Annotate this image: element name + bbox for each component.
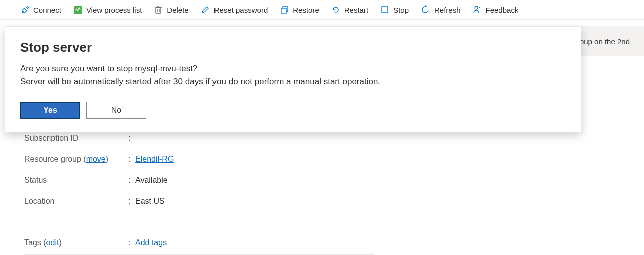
- resource-details: Subscription ID : Resource group (move) …: [24, 128, 375, 255]
- location-label: Location: [24, 197, 128, 206]
- view-process-list-label: View process list: [86, 6, 142, 14]
- delete-button[interactable]: Delete: [154, 5, 188, 14]
- svg-rect-1: [156, 8, 161, 13]
- resource-group-label-text: Resource group: [24, 155, 81, 163]
- svg-rect-8: [281, 8, 286, 13]
- feedback-label: Feedback: [486, 6, 519, 14]
- subscription-id-label: Subscription ID: [24, 134, 128, 143]
- status-value: Available: [135, 176, 375, 185]
- tags-label: Tags (edit): [24, 238, 128, 247]
- location-row: Location : East US: [24, 191, 375, 212]
- dialog-title: Stop server: [20, 40, 566, 55]
- svg-rect-9: [382, 7, 388, 13]
- restart-label: Restart: [344, 6, 368, 14]
- stop-server-dialog: Stop server Are you sure you want to sto…: [5, 27, 581, 132]
- banner-text: oup on the 2nd: [580, 37, 630, 46]
- colon: :: [128, 238, 135, 247]
- stop-button[interactable]: Stop: [380, 5, 409, 14]
- status-row: Status : Available: [24, 170, 375, 191]
- restart-button[interactable]: Restart: [331, 5, 368, 14]
- resource-group-value: Elendil-RG: [135, 155, 375, 164]
- resource-group-row: Resource group (move) : Elendil-RG: [24, 149, 375, 170]
- stop-label: Stop: [393, 6, 409, 14]
- dialog-body: Are you sure you want to stop mysql-mvu-…: [20, 62, 566, 89]
- delete-label: Delete: [167, 6, 188, 14]
- refresh-icon: [421, 5, 430, 14]
- resource-group-link[interactable]: Elendil-RG: [135, 155, 174, 163]
- restore-button[interactable]: Restore: [280, 5, 319, 14]
- connect-label: Connect: [33, 6, 61, 14]
- pencil-icon: [201, 5, 210, 14]
- resource-group-label: Resource group (move): [24, 155, 128, 164]
- status-label: Status: [24, 176, 128, 185]
- tags-row: Tags (edit) : Add tags: [24, 234, 375, 255]
- restart-icon: [331, 5, 340, 14]
- feedback-icon: [473, 5, 482, 14]
- tags-edit-wrap: (edit): [43, 238, 61, 247]
- tags-label-text: Tags: [24, 238, 41, 247]
- colon: :: [128, 155, 135, 164]
- restore-label: Restore: [293, 6, 319, 14]
- no-button[interactable]: No: [86, 102, 146, 119]
- connect-icon: [20, 5, 29, 14]
- resource-group-move-link[interactable]: move: [86, 155, 106, 163]
- colon: :: [128, 134, 135, 143]
- dialog-line2: Server will be automatically started aft…: [20, 75, 566, 88]
- resource-group-move-wrap: (move): [83, 155, 108, 163]
- location-value: East US: [135, 197, 375, 206]
- process-list-icon: [73, 5, 82, 14]
- yes-button[interactable]: Yes: [20, 102, 80, 119]
- feedback-button[interactable]: Feedback: [473, 5, 519, 14]
- connect-button[interactable]: Connect: [20, 5, 61, 14]
- view-process-list-button[interactable]: View process list: [73, 5, 142, 14]
- refresh-button[interactable]: Refresh: [421, 5, 461, 14]
- refresh-label: Refresh: [434, 6, 461, 14]
- colon: :: [128, 176, 135, 185]
- restore-icon: [280, 5, 289, 14]
- stop-icon: [380, 5, 389, 14]
- trash-icon: [154, 5, 163, 14]
- svg-point-10: [475, 6, 478, 9]
- reset-password-button[interactable]: Reset password: [201, 5, 268, 14]
- command-toolbar: Connect View process list Delete: [0, 0, 644, 20]
- dialog-line1: Are you sure you want to stop mysql-mvu-…: [20, 62, 566, 75]
- reset-password-label: Reset password: [214, 6, 268, 14]
- dialog-actions: Yes No: [20, 102, 566, 119]
- add-tags-link[interactable]: Add tags: [135, 238, 167, 247]
- tags-edit-link[interactable]: edit: [46, 238, 59, 247]
- colon: :: [128, 197, 135, 206]
- tags-value: Add tags: [135, 238, 375, 247]
